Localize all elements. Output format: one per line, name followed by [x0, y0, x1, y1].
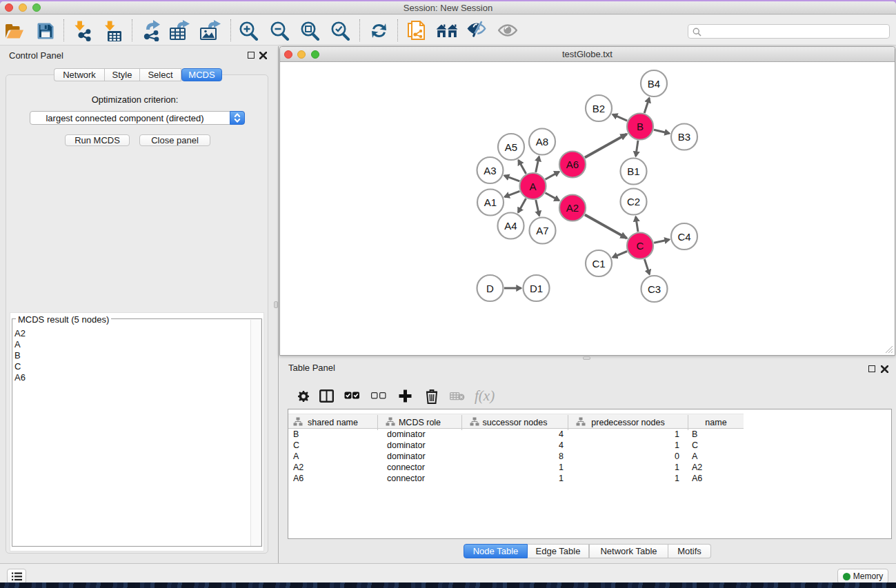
svg-text:A4: A4	[504, 220, 517, 232]
svg-text:D1: D1	[530, 283, 543, 294]
svg-text:B2: B2	[593, 103, 605, 114]
svg-text:B3: B3	[678, 131, 690, 143]
svg-text:C1: C1	[592, 258, 605, 270]
svg-text:A5: A5	[505, 141, 517, 153]
svg-text:C4: C4	[677, 231, 690, 243]
svg-text:B4: B4	[648, 78, 660, 90]
svg-text:A3: A3	[484, 165, 496, 176]
svg-text:B: B	[637, 121, 644, 132]
svg-text:A7: A7	[536, 225, 548, 236]
svg-text:B1: B1	[627, 165, 639, 177]
svg-text:A: A	[529, 181, 536, 192]
svg-text:A2: A2	[566, 202, 579, 214]
svg-text:C2: C2	[627, 196, 640, 207]
svg-text:A6: A6	[566, 159, 579, 170]
svg-text:D: D	[486, 283, 494, 294]
svg-text:A1: A1	[484, 196, 497, 208]
svg-text:A8: A8	[536, 136, 548, 148]
svg-text:C: C	[637, 240, 644, 252]
svg-text:C3: C3	[648, 283, 661, 295]
